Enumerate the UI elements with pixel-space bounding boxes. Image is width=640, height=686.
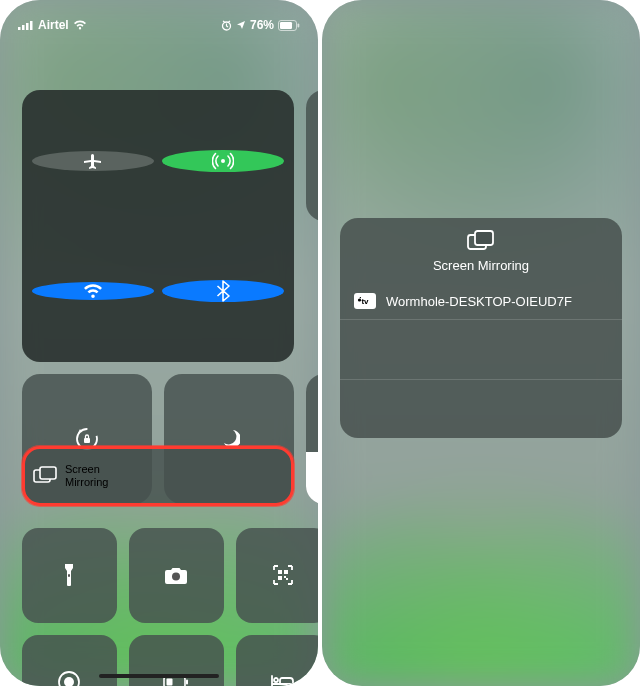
wifi-toggle[interactable] — [32, 282, 154, 300]
location-icon — [236, 20, 246, 30]
svg-rect-22 — [286, 578, 288, 580]
svg-rect-3 — [30, 21, 33, 30]
svg-rect-29 — [475, 231, 493, 245]
airplane-toggle[interactable] — [32, 151, 154, 171]
svg-rect-27 — [186, 680, 188, 685]
connectivity-cluster[interactable] — [22, 90, 294, 362]
alarm-icon — [221, 20, 232, 31]
carrier-label: Airtel — [38, 18, 69, 32]
svg-rect-1 — [22, 25, 25, 30]
svg-rect-6 — [280, 22, 292, 29]
sleep-mode-button[interactable] — [236, 635, 319, 686]
svg-rect-16 — [68, 574, 70, 577]
svg-point-17 — [172, 573, 180, 581]
svg-rect-18 — [278, 570, 282, 574]
empty-row — [340, 380, 622, 439]
screen-mirroring-icon — [467, 230, 495, 252]
qr-icon — [272, 564, 294, 586]
camera-icon — [164, 565, 188, 585]
svg-point-24 — [64, 677, 74, 686]
antenna-icon — [212, 150, 234, 172]
cellular-toggle[interactable] — [162, 150, 284, 172]
home-indicator[interactable] — [99, 674, 219, 678]
phone-control-center: Airtel 76% — [0, 0, 318, 686]
camera-button[interactable] — [129, 528, 224, 623]
flashlight-button[interactable] — [22, 528, 117, 623]
flashlight-icon — [62, 563, 76, 587]
svg-rect-26 — [167, 679, 173, 686]
screen-mirroring-panel: Screen Mirroring tv Wormhole-DESKTOP-OIE… — [340, 218, 622, 438]
svg-text:tv: tv — [361, 297, 369, 306]
wifi-icon — [73, 20, 87, 30]
cellular-signal-icon — [18, 20, 34, 30]
svg-rect-12 — [84, 438, 90, 443]
bed-icon — [270, 674, 296, 686]
bluetooth-toggle[interactable] — [162, 280, 284, 302]
record-icon — [57, 670, 81, 686]
qr-scan-button[interactable] — [236, 528, 319, 623]
mirror-device-name: Wormhole-DESKTOP-OIEUD7F — [386, 294, 572, 309]
battery-pct: 76% — [250, 18, 274, 32]
screen-mirroring-label-2: Mirroring — [65, 476, 108, 489]
brightness-slider[interactable] — [306, 374, 318, 504]
svg-rect-20 — [278, 576, 282, 580]
appletv-badge-icon: tv — [354, 293, 376, 309]
brightness-fill — [306, 452, 318, 504]
status-bar: Airtel 76% — [0, 0, 318, 40]
battery-icon — [278, 20, 300, 31]
panel-title: Screen Mirroring — [433, 258, 529, 273]
screen-mirroring-tile[interactable]: Screen Mirroring — [22, 446, 294, 506]
svg-rect-0 — [18, 27, 21, 30]
screen-mirroring-label-1: Screen — [65, 463, 108, 476]
svg-rect-2 — [26, 23, 29, 30]
control-center-grid: Not Playing — [0, 40, 318, 518]
svg-point-8 — [221, 159, 225, 163]
phone-screen-mirroring-panel: Screen Mirroring tv Wormhole-DESKTOP-OIE… — [322, 0, 640, 686]
media-tile[interactable]: Not Playing — [306, 90, 318, 221]
svg-point-31 — [358, 298, 361, 301]
svg-rect-7 — [298, 23, 300, 27]
mirror-device-row[interactable]: tv Wormhole-DESKTOP-OIEUD7F — [340, 283, 622, 320]
airplane-icon — [83, 151, 103, 171]
svg-rect-15 — [40, 467, 56, 479]
empty-row — [340, 320, 622, 380]
wifi-icon — [82, 282, 104, 300]
low-power-button[interactable] — [129, 635, 224, 686]
screen-record-button[interactable] — [22, 635, 117, 686]
svg-rect-21 — [284, 576, 286, 578]
svg-rect-19 — [284, 570, 288, 574]
screen-mirroring-icon — [33, 466, 57, 486]
bluetooth-icon — [216, 280, 230, 302]
